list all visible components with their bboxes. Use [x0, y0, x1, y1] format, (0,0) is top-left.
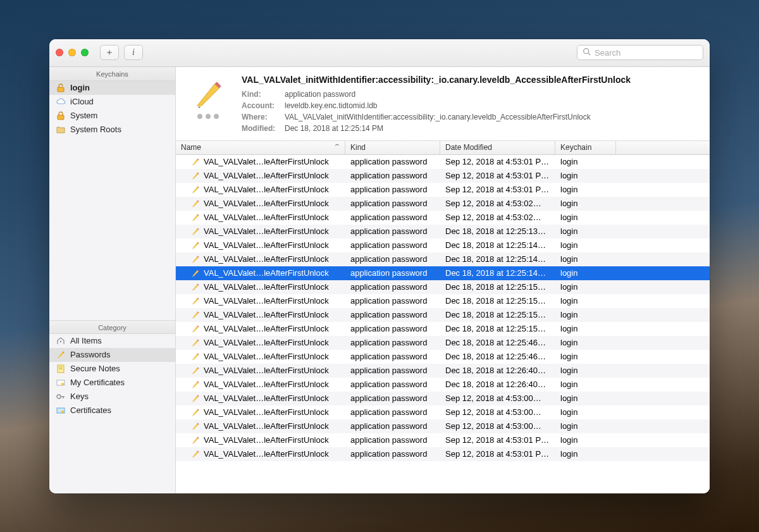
table-row[interactable]: VAL_VALValet…leAfterFirstUnlockapplicati… [176, 225, 710, 238]
row-keychain: login [555, 380, 616, 389]
table-row[interactable]: VAL_VALValet…leAfterFirstUnlockapplicati… [176, 447, 710, 461]
sidebar-category-item[interactable]: Passwords [49, 348, 175, 362]
table-row[interactable]: VAL_VALValet…leAfterFirstUnlockapplicati… [176, 197, 710, 211]
pencil-icon [191, 241, 200, 250]
pencil-icon [191, 380, 200, 389]
svg-point-11 [61, 383, 64, 385]
close-button[interactable] [56, 49, 63, 56]
row-keychain: login [555, 393, 616, 403]
sidebar-keychain-item[interactable]: System [49, 109, 175, 123]
column-name[interactable]: Name [176, 141, 345, 154]
pencil-icon [191, 325, 200, 333]
sidebar-category-item[interactable]: Keys [49, 390, 175, 404]
detail-title: VAL_VALValet_initWithIdentifier:accessib… [242, 75, 700, 85]
sidebar-category-item[interactable]: My Certificates [49, 376, 175, 390]
svg-marker-44 [192, 262, 194, 263]
row-date: Dec 18, 2018 at 12:25:46… [440, 352, 555, 361]
svg-marker-29 [192, 192, 194, 193]
kind-label: Kind: [242, 89, 281, 100]
table-body[interactable]: VAL_VALValet…leAfterFirstUnlockapplicati… [176, 155, 710, 493]
table-row[interactable]: VAL_VALValet…leAfterFirstUnlockapplicati… [176, 336, 710, 350]
table-row[interactable]: VAL_VALValet…leAfterFirstUnlockapplicati… [176, 322, 710, 336]
pencil-icon [191, 283, 200, 292]
row-date: Dec 18, 2018 at 12:25:15… [440, 296, 555, 306]
column-kind[interactable]: Kind [345, 141, 440, 154]
row-kind: application password [345, 213, 440, 222]
row-keychain: login [555, 296, 616, 306]
table-row[interactable]: VAL_VALValet…leAfterFirstUnlockapplicati… [176, 280, 710, 294]
sidebar-keychain-item[interactable]: System Roots [49, 123, 175, 137]
pencil-icon [191, 185, 200, 194]
row-name: VAL_VALValet…leAfterFirstUnlock [204, 352, 340, 361]
table-row[interactable]: VAL_VALValet…leAfterFirstUnlockapplicati… [176, 378, 710, 392]
table-row[interactable]: VAL_VALValet…leAfterFirstUnlockapplicati… [176, 238, 710, 252]
row-name: VAL_VALValet…leAfterFirstUnlock [204, 407, 340, 417]
column-date-modified[interactable]: Date Modified [440, 141, 555, 154]
row-date: Dec 18, 2018 at 12:25:15… [440, 282, 555, 292]
svg-marker-53 [192, 304, 194, 304]
minimize-button[interactable] [68, 49, 76, 56]
row-keychain: login [555, 240, 616, 250]
table-row[interactable]: VAL_VALValet…leAfterFirstUnlockapplicati… [176, 364, 710, 378]
row-keychain: login [555, 324, 616, 333]
search-field[interactable] [577, 45, 703, 60]
modified-label: Modified: [242, 123, 281, 134]
item-detail: VAL_VALValet_initWithIdentifier:accessib… [176, 67, 710, 141]
sidebar-item-label: System [70, 111, 97, 120]
table-row[interactable]: VAL_VALValet…leAfterFirstUnlockapplicati… [176, 211, 710, 225]
svg-marker-42 [192, 256, 198, 262]
svg-marker-72 [192, 395, 198, 401]
where-label: Where: [242, 111, 281, 123]
svg-marker-33 [192, 214, 198, 220]
table-row[interactable]: VAL_VALValet…leAfterFirstUnlockapplicati… [176, 350, 710, 364]
row-name: VAL_VALValet…leAfterFirstUnlock [204, 393, 340, 403]
row-name: VAL_VALValet…leAfterFirstUnlock [204, 254, 340, 264]
table-row[interactable]: VAL_VALValet…leAfterFirstUnlockapplicati… [176, 419, 710, 433]
search-input[interactable] [595, 48, 701, 58]
row-name: VAL_VALValet…leAfterFirstUnlock [204, 296, 340, 306]
add-button[interactable]: ＋ [100, 45, 119, 60]
detail-pencil-icon [186, 75, 230, 119]
table-row[interactable]: VAL_VALValet…leAfterFirstUnlockapplicati… [176, 405, 710, 419]
table-row[interactable]: VAL_VALValet…leAfterFirstUnlockapplicati… [176, 392, 710, 405]
row-name: VAL_VALValet…leAfterFirstUnlock [204, 366, 340, 375]
row-keychain: login [555, 310, 616, 319]
row-keychain: login [555, 366, 616, 375]
sidebar-keychain-item[interactable]: login [49, 81, 175, 95]
sidebar-category-item[interactable]: Secure Notes [49, 362, 175, 376]
table-row[interactable]: VAL_VALValet…leAfterFirstUnlockapplicati… [176, 266, 710, 280]
table-row[interactable]: VAL_VALValet…leAfterFirstUnlockapplicati… [176, 294, 710, 308]
row-name: VAL_VALValet…leAfterFirstUnlock [204, 157, 340, 166]
folder-icon [56, 125, 66, 135]
svg-marker-36 [192, 228, 198, 234]
table-row[interactable]: VAL_VALValet…leAfterFirstUnlockapplicati… [176, 433, 710, 447]
table-row[interactable]: VAL_VALValet…leAfterFirstUnlockapplicati… [176, 183, 710, 197]
key-icon [56, 392, 66, 402]
sidebar-category-item[interactable]: Certificates [49, 404, 175, 418]
svg-rect-3 [58, 115, 64, 120]
detail-dots-icon [197, 114, 219, 119]
svg-marker-48 [192, 284, 198, 290]
sidebar-keychain-item[interactable]: iCloud [49, 95, 175, 109]
zoom-button[interactable] [81, 49, 89, 56]
row-name: VAL_VALValet…leAfterFirstUnlock [204, 310, 340, 319]
row-name: VAL_VALValet…leAfterFirstUnlock [204, 338, 340, 347]
table-row[interactable]: VAL_VALValet…leAfterFirstUnlockapplicati… [176, 169, 710, 183]
sidebar-category-item[interactable]: All Items [49, 334, 175, 348]
category-header: Category [49, 320, 175, 334]
row-name: VAL_VALValet…leAfterFirstUnlock [204, 380, 340, 389]
column-keychain[interactable]: Keychain [555, 141, 616, 154]
svg-rect-2 [58, 87, 64, 92]
sidebar-item-label: Certificates [70, 405, 111, 415]
row-kind: application password [345, 254, 440, 264]
table-row[interactable]: VAL_VALValet…leAfterFirstUnlockapplicati… [176, 252, 710, 266]
plus-icon: ＋ [105, 47, 114, 58]
svg-point-12 [57, 395, 61, 399]
svg-marker-45 [192, 270, 198, 276]
svg-marker-50 [192, 290, 194, 290]
row-date: Dec 18, 2018 at 12:25:13… [440, 226, 555, 236]
keychains-list: loginiCloudSystemSystem Roots [49, 81, 175, 320]
info-button[interactable]: i [124, 45, 143, 60]
table-row[interactable]: VAL_VALValet…leAfterFirstUnlockapplicati… [176, 308, 710, 322]
table-row[interactable]: VAL_VALValet…leAfterFirstUnlockapplicati… [176, 155, 710, 169]
